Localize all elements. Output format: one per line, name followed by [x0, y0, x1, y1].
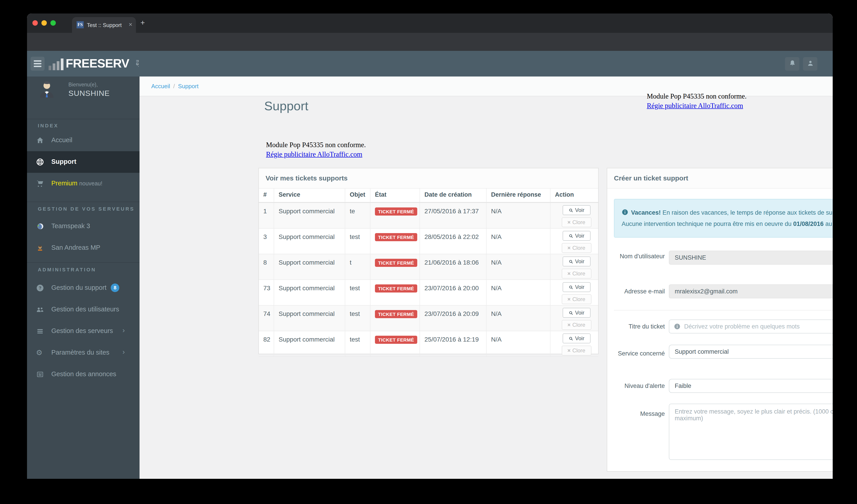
sidebar-item-gestion-support[interactable]: ? Gestion du support 8: [27, 277, 139, 299]
magnifier-icon: [568, 259, 573, 264]
sidebar-item-label: Gestion du support: [51, 284, 106, 291]
avatar: [37, 79, 57, 99]
newspaper-icon: [36, 370, 44, 379]
sidebar-item-label: Gestion des serveurs: [51, 327, 113, 334]
sidebar-item-label: Paramètres du sites: [51, 349, 110, 356]
cell-id: 73: [259, 280, 274, 305]
breadcrumb-current-link[interactable]: Support: [178, 83, 199, 89]
section-header-admin: ADMINISTRATION: [38, 267, 96, 272]
niveau-select[interactable]: Faible: [669, 379, 833, 393]
sidebar-item-label: Gestion des annonces: [51, 370, 116, 377]
email-label: Adresse e-mail: [607, 287, 665, 296]
voir-button[interactable]: Voir: [562, 282, 590, 292]
voir-button[interactable]: Voir: [562, 205, 590, 215]
clore-button[interactable]: ×Clore: [561, 243, 591, 253]
samp-icon: [36, 244, 44, 252]
status-badge: TICKET FERMÉ: [375, 310, 417, 318]
brand-bars-icon: [49, 58, 64, 70]
service-label: Service concerné: [607, 349, 665, 358]
sidebar-item-gestion-serveurs[interactable]: Gestion des serveurs ›: [27, 320, 139, 342]
brand-tld: .eu: [135, 60, 139, 67]
zoom-window-button[interactable]: [50, 20, 56, 26]
sidebar-item-samp[interactable]: San Andreas MP: [27, 237, 139, 259]
magnifier-icon: [568, 336, 573, 341]
cell-etat: TICKET FERMÉ: [370, 305, 420, 331]
clore-button[interactable]: ×Clore: [561, 320, 591, 330]
status-badge: TICKET FERMÉ: [375, 284, 417, 292]
voir-button[interactable]: Voir: [562, 334, 590, 343]
create-panel-title: Créer un ticket support: [614, 174, 688, 182]
form-divider: [614, 310, 833, 310]
sidebar-item-annonces[interactable]: Gestion des annonces: [27, 364, 139, 385]
breadcrumb-home-link[interactable]: Accueil: [151, 83, 170, 89]
clore-button[interactable]: ×Clore: [561, 346, 591, 355]
cell-action: Voir ×Clore: [551, 229, 598, 254]
clore-button[interactable]: ×Clore: [561, 294, 591, 304]
service-selected-value: Support commercial: [675, 348, 729, 355]
ad-link[interactable]: Régie publicitaire AlloTraffic.com: [647, 101, 746, 110]
cell-etat: TICKET FERMÉ: [370, 229, 420, 254]
col-action: Action: [551, 188, 598, 202]
sidebar-item-label: Accueil: [51, 136, 72, 144]
cell-etat: TICKET FERMÉ: [370, 280, 420, 305]
sidebar-item-label: Gestion des utilisateurs: [51, 305, 119, 313]
sidebar-item-accueil[interactable]: Accueil: [27, 130, 139, 151]
info-circle-icon: [674, 323, 680, 330]
ad-link[interactable]: Régie publicitaire AlloTraffic.com: [266, 149, 366, 159]
voir-button[interactable]: Voir: [562, 256, 590, 266]
minimize-window-button[interactable]: [41, 20, 47, 26]
home-icon: [36, 136, 44, 145]
service-select[interactable]: Support commercial: [669, 345, 833, 359]
stage: FS Test :: Support × + Non sécurisé | 19…: [0, 0, 857, 504]
ad-text: Module Pop P45335 non conforme.: [647, 91, 746, 101]
cell-service: Support commercial: [274, 254, 345, 280]
premium-new-badge: nouveau!: [79, 181, 102, 187]
x-icon: ×: [567, 322, 571, 327]
sidebar-item-support[interactable]: Support: [27, 151, 139, 173]
browser-tab[interactable]: FS Test :: Support ×: [72, 17, 136, 33]
new-tab-button[interactable]: +: [140, 18, 145, 28]
email-input: [669, 284, 833, 298]
account-button[interactable]: [803, 57, 818, 71]
cell-id: 82: [259, 331, 274, 356]
cell-service: Support commercial: [274, 305, 345, 331]
status-badge: TICKET FERMÉ: [375, 233, 417, 241]
sidebar-item-premium[interactable]: Premium nouveau!: [27, 173, 139, 195]
col-objet: Objet: [345, 188, 370, 202]
table-header: # Service Objet État Date de création De…: [259, 188, 598, 203]
ad-block-top: Module Pop P45335 non conforme. Régie pu…: [647, 91, 746, 110]
browser-toolbar: Non sécurisé | 192.168.1.54/free-host/ma…: [27, 33, 833, 51]
list-icon: [36, 327, 44, 335]
cell-reponse: N/A: [487, 229, 551, 254]
chevron-right-icon: ›: [122, 348, 125, 356]
browser-window: FS Test :: Support × + Non sécurisé | 19…: [27, 14, 833, 479]
alert-text: au: [824, 220, 833, 227]
cell-objet: te: [345, 203, 370, 228]
sidebar-toggle-button[interactable]: [31, 57, 45, 71]
voir-button[interactable]: Voir: [562, 231, 590, 241]
sidebar-item-label: Teamspeak 3: [51, 222, 90, 230]
titre-input[interactable]: Décrivez votre problème en quelques mots: [669, 319, 833, 334]
x-icon: ×: [567, 348, 571, 353]
sidebar-item-gestion-utilisateurs[interactable]: Gestion des utilisateurs: [27, 299, 139, 320]
cell-date: 23/07/2016 à 20:09: [420, 305, 487, 331]
tab-close-icon[interactable]: ×: [129, 21, 132, 28]
sidebar-item-teamspeak[interactable]: Teamspeak 3: [27, 216, 139, 237]
cell-etat: TICKET FERMÉ: [370, 254, 420, 280]
cell-id: 74: [259, 305, 274, 331]
voir-button[interactable]: Voir: [562, 308, 590, 318]
favicon: FS: [77, 21, 84, 28]
clore-button[interactable]: ×Clore: [561, 269, 591, 279]
x-icon: ×: [567, 245, 571, 251]
cell-etat: TICKET FERMÉ: [370, 203, 420, 228]
x-icon: ×: [567, 220, 571, 225]
sidebar-item-parametres[interactable]: ⚙ Paramètres du sites ›: [27, 342, 139, 364]
clore-button[interactable]: ×Clore: [561, 217, 591, 227]
notifications-button[interactable]: [785, 57, 800, 71]
brand-logo[interactable]: FREESERV: [66, 57, 129, 71]
cell-objet: test: [345, 229, 370, 254]
cell-action: Voir ×Clore: [551, 254, 598, 280]
cell-etat: TICKET FERMÉ: [370, 331, 420, 356]
message-textarea[interactable]: [669, 404, 833, 460]
close-window-button[interactable]: [32, 20, 38, 26]
